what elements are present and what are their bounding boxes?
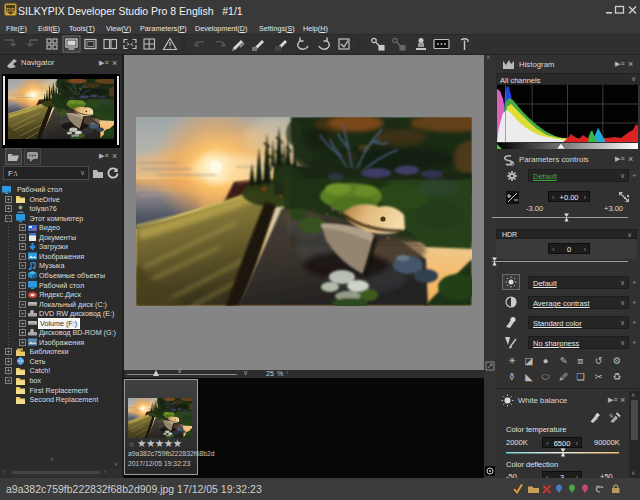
- svg-text:DS: DS: [6, 7, 14, 13]
